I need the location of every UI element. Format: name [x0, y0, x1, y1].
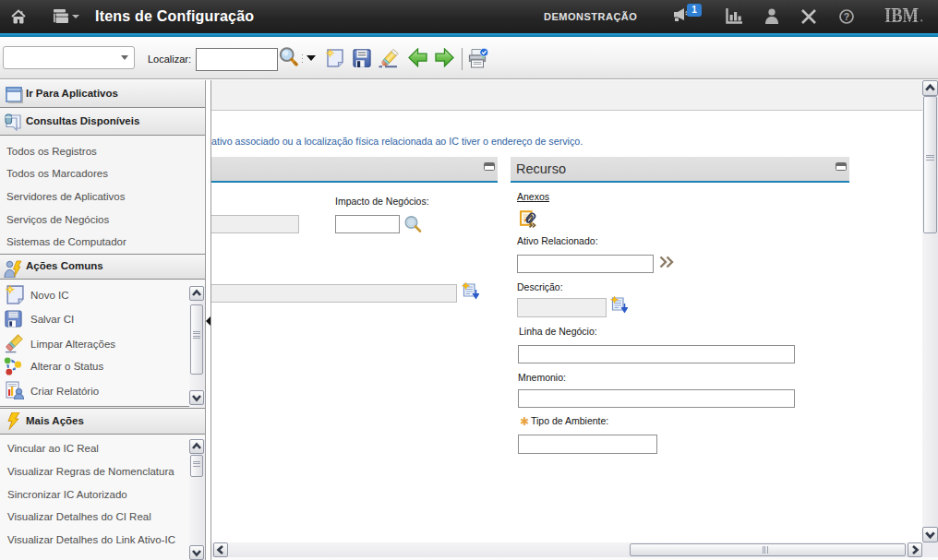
- svg-text:IBM: IBM: [884, 6, 919, 22]
- svg-text:?: ?: [844, 11, 849, 22]
